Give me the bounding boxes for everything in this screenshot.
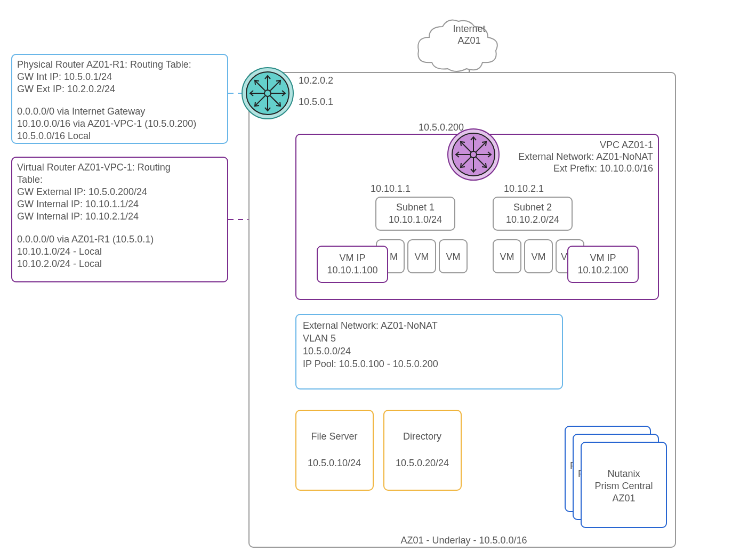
vm-ip2: 10.10.2.100 [577,265,628,275]
vpc-extprefix: Ext Prefix: 10.10.0.0/16 [553,163,653,174]
vm-label: VM [532,251,546,262]
extnet-l2: VLAN 5 [303,333,336,344]
vm-label: VM [415,251,429,262]
phys-r2: 10.10.0.0/16 via AZ01-VPC-1 (10.5.0.200) [17,118,196,129]
virt-l1: GW External IP: 10.5.0.200/24 [17,186,147,197]
ip-ext: 10.2.0.2 [299,75,333,86]
directory-ip: 10.5.0.20/24 [396,458,449,468]
fileserver-name: File Server [311,431,357,442]
vm-ip1-box [317,246,388,282]
vm-peek-1: M [390,251,398,262]
virt-title2: Table: [17,174,43,185]
prism-l1: Nutanix [607,468,640,479]
vm-ip1: 10.10.1.100 [327,265,377,275]
prism-central-stack: P P Nutanix Prism Central AZ01 [565,426,666,527]
virt-title1: Virtual Router AZ01-VPC-1: Routing [17,162,171,173]
phys-r1: 0.0.0.0/0 via Internet Gateway [17,106,145,117]
vm-peek-2: V [561,251,567,262]
virt-l2: GW Internal IP: 10.10.1.1/24 [17,199,139,209]
phys-r3: 10.5.0.0/16 Local [17,131,91,141]
extnet-l3: 10.5.0.0/24 [303,346,351,356]
ip-vpc-ext: 10.5.0.200 [419,122,464,133]
ip-int: 10.5.0.1 [299,96,333,107]
internet-label-2: AZ01 [457,35,480,46]
subnet2-cidr: 10.10.2.0/24 [506,214,559,225]
extnet-l1: External Network: AZ01-NoNAT [303,320,438,331]
prism-l2: Prism Central [594,481,653,491]
vm-label: VM [500,251,514,262]
virt-r1: 0.0.0.0/0 via AZ01-R1 (10.5.0.1) [17,234,154,245]
phys-l2: GW Ext IP: 10.2.0.2/24 [17,84,115,94]
vm-label: VM [446,251,461,262]
prism-l3: AZ01 [612,493,635,504]
virt-l3: GW Internal IP: 10.10.2.1/24 [17,211,139,222]
virt-r2: 10.10.1.0/24 - Local [17,246,102,257]
subnet2-name: Subnet 2 [513,202,552,213]
vpc-extnet: External Network: AZ01-NoNAT [518,151,653,162]
underlay-label: AZ01 - Underlay - 10.5.0.0/16 [400,535,527,546]
vm-ip-label-1: VM IP [339,253,365,263]
directory-box [384,410,461,490]
virtual-router-icon [448,129,499,180]
vpc-title: VPC AZ01-1 [600,140,653,150]
extnet-l4: IP Pool: 10.5.0.100 - 10.5.0.200 [303,359,438,369]
phys-l1: GW Int IP: 10.5.0.1/24 [17,71,112,82]
fileserver-ip: 10.5.0.10/24 [308,458,361,468]
subnet2-gw: 10.10.2.1 [504,183,544,194]
subnet1-name: Subnet 1 [396,202,435,213]
physical-router-icon [242,68,293,119]
phys-title: Physical Router AZ01-R1: Routing Table: [17,59,191,70]
vm-ip-label-2: VM IP [590,253,616,263]
network-diagram: Internet AZ01 AZ01 - Underlay - 10.5.0.0… [0,0,756,560]
subnet1-cidr: 10.10.1.0/24 [389,214,442,225]
internet-label-1: Internet [453,23,485,34]
subnet1-gw: 10.10.1.1 [371,183,411,194]
virt-r3: 10.10.2.0/24 - Local [17,258,102,269]
internet-cloud: Internet AZ01 [418,20,497,71]
fileserver-box [296,410,373,490]
directory-name: Directory [403,431,441,442]
vm-ip2-box [568,246,638,282]
